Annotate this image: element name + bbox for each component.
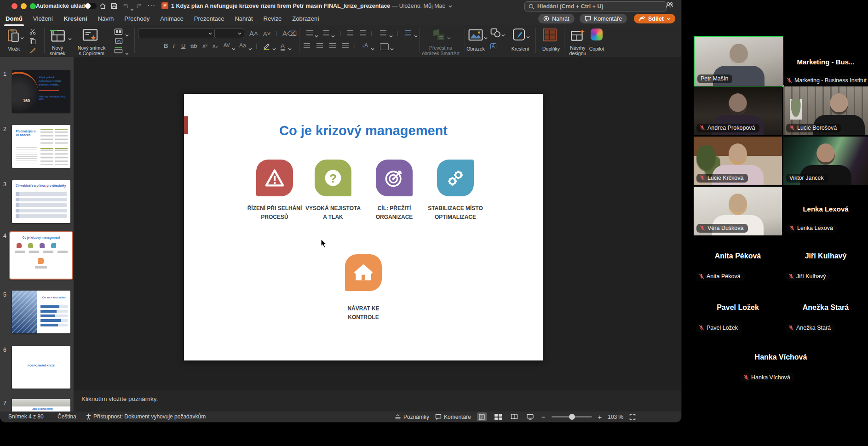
subscript-button[interactable]: x₂ xyxy=(213,42,218,49)
font-name-select[interactable] xyxy=(138,29,215,38)
more-commands-icon[interactable]: ··· xyxy=(147,1,155,9)
tab-vlozeni[interactable]: Vložení xyxy=(33,15,53,22)
font-color-chevron-icon[interactable] xyxy=(288,44,292,52)
notes-placeholder[interactable]: Kliknutím vložíte poznámky. xyxy=(81,395,158,402)
slide-canvas[interactable]: Co je krizový management ? xyxy=(184,94,543,360)
tile-vysoka-nejistota[interactable]: ? xyxy=(315,160,351,196)
columns-icon[interactable] xyxy=(405,30,411,35)
participant-name-label[interactable]: Anežka Stará xyxy=(785,324,835,332)
new-slide-copilot-icon[interactable] xyxy=(82,29,98,42)
vertical-align-icon[interactable] xyxy=(380,43,389,50)
align-left-icon[interactable] xyxy=(304,43,310,48)
participant-video-viktor-jancek[interactable]: Viktor Jancek xyxy=(783,137,868,185)
case-chevron-icon[interactable] xyxy=(248,44,252,52)
autosave-toggle[interactable] xyxy=(85,3,97,9)
convert-smartart-label[interactable]: Převést naobrázek SmartArt xyxy=(418,45,464,56)
slide-sorter-view-button[interactable] xyxy=(493,412,503,421)
tab-zobrazeni[interactable]: Zobrazení xyxy=(292,15,319,22)
decrease-font-icon[interactable]: A˅ xyxy=(263,30,270,37)
addins-icon[interactable] xyxy=(543,29,557,41)
slide-thumbnail-7[interactable]: Jak poznat krizi xyxy=(12,399,70,412)
convert-smartart-icon[interactable] xyxy=(431,29,446,41)
shapes-chevron-icon[interactable] xyxy=(501,30,505,39)
tile-navrat-ke-kontrole[interactable] xyxy=(345,254,382,291)
close-window-button[interactable] xyxy=(11,3,17,9)
normal-view-button[interactable] xyxy=(477,412,487,421)
slideshow-button[interactable] xyxy=(525,412,535,421)
search-input[interactable]: Hledání (Cmd + Ctrl + U) xyxy=(524,1,667,11)
decrease-indent-icon[interactable] xyxy=(347,30,353,35)
redo-icon[interactable] xyxy=(136,3,143,9)
text-box-icon[interactable]: A xyxy=(490,43,496,49)
notes-toggle[interactable]: Poznámky xyxy=(395,414,429,420)
vertical-align-chevron-icon[interactable] xyxy=(390,44,394,52)
increase-font-icon[interactable]: A˄ xyxy=(249,29,258,37)
picture-label[interactable]: Obrázek xyxy=(464,46,488,51)
accessibility-status[interactable]: Přístupnost: Dokument vyhovuje požadavků… xyxy=(93,413,206,420)
character-spacing-button[interactable]: AV xyxy=(224,42,230,48)
zoom-in-button[interactable]: + xyxy=(598,413,602,421)
slide-thumbnail-1[interactable]: 160 Když plán A nefunguje: řízení podnik… xyxy=(12,70,70,113)
participant-video-petr-masin[interactable]: Petr Mašín xyxy=(694,36,784,87)
participant-tile-lenka-lexova[interactable]: Lenka Lexová Lenka Lexová xyxy=(783,187,868,235)
tab-prechody[interactable]: Přechody xyxy=(124,15,149,22)
new-slide-copilot-label[interactable]: Nový snímeks Copilotem xyxy=(74,45,109,56)
fit-slide-button[interactable] xyxy=(629,414,636,420)
underline-button[interactable]: U xyxy=(181,42,185,49)
minimize-window-button[interactable] xyxy=(21,3,27,9)
line-spacing-icon[interactable] xyxy=(380,30,386,35)
numbering-icon[interactable] xyxy=(323,30,329,35)
slide-title[interactable]: Co je krizový management xyxy=(184,123,543,138)
document-title[interactable]: 1 Kdyz plan A nefunguje krizove rizeni f… xyxy=(171,3,452,9)
zoom-out-button[interactable]: − xyxy=(541,413,546,421)
home-icon[interactable] xyxy=(99,3,106,9)
paste-label[interactable]: Vložit xyxy=(3,46,25,51)
draw-icon[interactable] xyxy=(512,28,525,41)
paste-chevron-icon[interactable] xyxy=(20,33,24,41)
strikethrough-button[interactable]: ab xyxy=(190,42,197,49)
format-painter-icon[interactable] xyxy=(29,47,36,53)
participant-name-label[interactable]: Hanka Víchová xyxy=(740,373,794,382)
presence-icon[interactable] xyxy=(666,2,673,8)
section-chevron-icon[interactable] xyxy=(125,49,129,57)
zoom-slider-knob[interactable] xyxy=(569,414,575,420)
participant-video-andrea-prokopova[interactable]: Andrea Prokopová xyxy=(694,86,782,135)
tab-navrh[interactable]: Návrh xyxy=(98,15,114,22)
zoom-window-button[interactable] xyxy=(30,3,36,9)
clear-formatting-icon[interactable]: A⌫ xyxy=(282,29,297,38)
slide-indicator[interactable]: Snímek 4 z 80 xyxy=(8,413,44,420)
slide-thumbnail-4-selected[interactable]: Co je krizový management xyxy=(9,231,73,280)
text-direction-chevron-icon[interactable] xyxy=(371,44,374,52)
columns-chevron-icon[interactable] xyxy=(414,31,418,40)
tile-cil-preziti[interactable] xyxy=(376,160,413,196)
participant-video-vera-duskova[interactable]: Věra Dušková xyxy=(694,187,782,235)
superscript-button[interactable]: x² xyxy=(202,42,207,49)
notes-panel[interactable]: Kliknutím vložíte poznámky. xyxy=(74,390,681,412)
design-ideas-icon[interactable] xyxy=(570,29,585,42)
bullets-icon[interactable] xyxy=(306,30,313,35)
cut-icon[interactable] xyxy=(29,29,36,35)
zoom-slider[interactable] xyxy=(552,416,592,417)
slide-editor-area[interactable]: Co je krizový management ? xyxy=(74,57,681,390)
change-case-button[interactable]: Aa xyxy=(239,42,246,49)
copy-icon[interactable] xyxy=(29,38,36,44)
tile-stabilizace[interactable] xyxy=(437,160,474,196)
participant-name-label[interactable]: Pavel Ložek xyxy=(696,324,742,332)
tab-animace[interactable]: Animace xyxy=(160,15,184,22)
shapes-icon[interactable] xyxy=(490,28,501,38)
reading-view-button[interactable] xyxy=(509,412,519,421)
tab-kresleni[interactable]: Kreslení xyxy=(63,15,87,22)
numbering-chevron-icon[interactable] xyxy=(331,31,335,40)
slide-layout-chevron-icon[interactable] xyxy=(125,30,129,39)
slide-thumbnail-6[interactable]: ROZPOZNÁNÍ KRIZE xyxy=(12,346,70,389)
slide-thumbnail-2[interactable]: Přednášející v 10 bodech xyxy=(12,125,70,168)
record-button[interactable]: Nahrát xyxy=(538,14,575,23)
line-spacing-chevron-icon[interactable] xyxy=(389,31,393,40)
copilot-icon[interactable] xyxy=(591,29,603,40)
font-color-button[interactable]: A xyxy=(281,42,285,51)
highlight-color-icon[interactable] xyxy=(263,43,270,50)
slide-thumbnail-5[interactable]: Co se v krizi mění xyxy=(12,291,70,333)
slide-thumbnail-3[interactable]: Cíl webináře a přínos pro účastníky xyxy=(12,180,70,223)
new-slide-icon[interactable] xyxy=(50,29,65,42)
slide-layout-icon[interactable] xyxy=(114,29,123,35)
